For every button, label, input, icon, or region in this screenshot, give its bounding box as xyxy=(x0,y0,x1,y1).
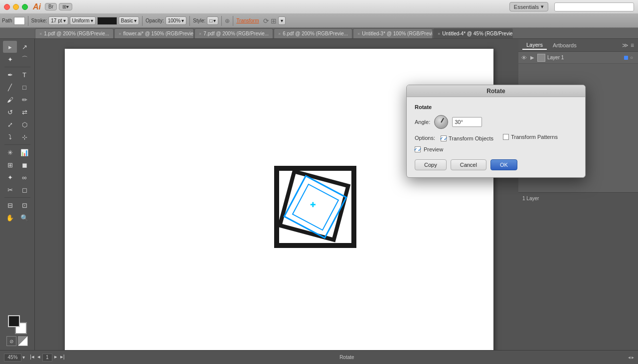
style-dropdown[interactable]: □▾ xyxy=(207,16,218,25)
copy-button[interactable]: Copy xyxy=(415,159,447,170)
cancel-button[interactable]: Cancel xyxy=(451,159,486,170)
paintbrush-tool[interactable]: 🖌 xyxy=(3,94,17,106)
panel-menu-icon[interactable]: ≫ xyxy=(622,42,629,49)
prev-page-button[interactable]: ◂ xyxy=(36,354,41,362)
close-button[interactable] xyxy=(4,4,10,10)
stroke-dropdown[interactable]: 17 pt▾ xyxy=(48,16,68,25)
first-page-button[interactable]: |◂ xyxy=(29,354,35,362)
gradient-color[interactable] xyxy=(18,336,28,346)
pencil-tool[interactable]: ✏ xyxy=(17,94,31,106)
type-tool[interactable]: T xyxy=(17,69,31,81)
fill-color[interactable] xyxy=(14,17,25,25)
fg-bg-colors[interactable] xyxy=(8,315,27,334)
layer-row[interactable]: 👁 ▶ Layer 1 ○ xyxy=(518,52,638,64)
artboards-tab[interactable]: Artboards xyxy=(549,41,581,49)
tab-6pdf[interactable]: × 6.pdf @ 200% (RGB/Previe... xyxy=(274,28,352,38)
slice-tool[interactable]: ⊡ xyxy=(17,199,31,211)
none-color[interactable]: ⊘ xyxy=(6,336,16,346)
maximize-button[interactable] xyxy=(22,4,28,10)
warp-tool[interactable]: ⤵ xyxy=(3,131,17,143)
layer-count-row: 1 Layer xyxy=(522,195,634,201)
opacity-dropdown[interactable]: 100%▾ xyxy=(165,16,187,25)
tab-1-close[interactable]: × xyxy=(39,31,42,36)
rect-tool[interactable]: □ xyxy=(17,81,31,93)
transform-section: Transform xyxy=(236,18,259,23)
page-input[interactable] xyxy=(42,354,52,362)
mesh-tool[interactable]: ⊞ xyxy=(3,159,17,171)
hand-tool[interactable]: ✋ xyxy=(3,212,17,224)
angle-dial[interactable] xyxy=(434,115,448,129)
blend-tool[interactable]: ∞ xyxy=(17,171,31,183)
tab-2-close[interactable]: × xyxy=(119,31,121,36)
toolbar-sep-3 xyxy=(189,16,190,26)
tab-7pdf[interactable]: × 7.pdf @ 200% (RGB/Previe... xyxy=(194,28,273,38)
dialog-body: Rotate Angle: Options: ✓ Transform Objec… xyxy=(407,97,585,177)
bridge-button[interactable]: Br xyxy=(45,3,57,10)
zoom-section: ▾ xyxy=(4,354,25,362)
artboard-tool[interactable]: ⊟ xyxy=(3,199,17,211)
next-page-button[interactable]: ▸ xyxy=(53,354,58,362)
rotate-tool[interactable]: ↺ xyxy=(3,106,17,118)
angle-input[interactable] xyxy=(452,117,482,127)
angle-row: Angle: xyxy=(415,115,577,129)
minimize-button[interactable] xyxy=(13,4,19,10)
toolbar-sep-1 xyxy=(28,16,28,26)
symbol-sprayer-tool[interactable]: ✳ xyxy=(3,146,17,158)
scroll-left-icon[interactable]: ◂ xyxy=(628,355,631,360)
tab-1pdf[interactable]: × 1.pdf @ 200% (RGB/Previe... xyxy=(35,28,114,38)
direct-selection-tool[interactable]: ↗ xyxy=(17,41,31,53)
stroke-style-dropdown[interactable]: Basic▾ xyxy=(119,16,139,25)
stroke-section: Stroke: 17 pt▾ Uniform▾ Basic▾ xyxy=(31,16,139,25)
search-input[interactable] xyxy=(554,2,634,11)
selection-tool[interactable]: ▸ xyxy=(3,41,17,53)
tool-sep-3 xyxy=(4,197,30,198)
transform-patterns-checkbox[interactable] xyxy=(503,134,509,140)
free-transform-tool[interactable]: ⊹ xyxy=(17,131,31,143)
panel-options-icon[interactable]: ≡ xyxy=(631,42,634,49)
path-selector: Path xyxy=(2,17,25,25)
tab-5-close[interactable]: × xyxy=(357,31,360,36)
lasso-tool[interactable]: ⌒ xyxy=(17,53,31,65)
align-icon[interactable]: ⊞ xyxy=(271,17,277,25)
line-tool[interactable]: ╱ xyxy=(3,81,17,93)
toolbar-sep-4 xyxy=(221,16,222,26)
layer-expand-icon[interactable]: ▶ xyxy=(529,55,535,61)
style-section: Style: □▾ xyxy=(193,16,218,25)
tab-3-close[interactable]: × xyxy=(199,31,201,36)
foreground-color[interactable] xyxy=(8,315,20,327)
eraser-tool[interactable]: ◻ xyxy=(17,184,31,196)
ok-button[interactable]: OK xyxy=(490,159,517,170)
layer-visibility-icon[interactable]: 👁 xyxy=(520,54,527,61)
magic-wand-tool[interactable]: ✦ xyxy=(3,53,17,65)
column-graph-tool[interactable]: 📊 xyxy=(17,146,31,158)
stroke-type-dropdown[interactable]: Uniform▾ xyxy=(70,16,96,25)
last-page-button[interactable]: ▸| xyxy=(59,354,66,362)
transform-objects-checkbox[interactable]: ✓ xyxy=(441,135,447,141)
workspace-selector[interactable]: Essentials ▾ xyxy=(509,2,548,11)
tab-flowerai[interactable]: × flower.ai* @ 150% (RGB/Previe... xyxy=(114,28,194,38)
zoom-tool[interactable]: 🔍 xyxy=(17,212,31,224)
mirror-tool[interactable]: ⇄ xyxy=(17,106,31,118)
options-section: Options: ✓ Transform Objects Transform P… xyxy=(415,134,577,141)
layer-lock-icon[interactable]: ○ xyxy=(630,55,636,61)
gradient-tool[interactable]: ◼ xyxy=(17,159,31,171)
tab-untitled4[interactable]: × Untitled-4* @ 45% (RGB/Preview) xyxy=(433,28,513,38)
layers-tab[interactable]: Layers xyxy=(522,41,547,50)
transform-button[interactable]: Transform xyxy=(236,18,259,23)
pen-tool[interactable]: ✒ xyxy=(3,69,17,81)
scale-tool[interactable]: ⤢ xyxy=(3,119,17,130)
tab-untitled3[interactable]: × Untitled-3* @ 100% (RGB/Previ... xyxy=(353,28,433,38)
tab-6-close[interactable]: × xyxy=(438,31,440,36)
tab-4-close[interactable]: × xyxy=(278,31,281,36)
preview-checkbox[interactable]: ✓ xyxy=(415,146,421,152)
scroll-right-icon[interactable]: ▸ xyxy=(632,355,634,360)
transform-icon[interactable]: ⟳ xyxy=(263,17,269,25)
shear-tool[interactable]: ⬡ xyxy=(17,119,31,130)
scissors-tool[interactable]: ✂ xyxy=(3,184,17,196)
transform-dropdown[interactable]: ▾ xyxy=(278,16,286,25)
toolbox: ▸ ↗ ✦ ⌒ ✒ T ╱ □ 🖌 ✏ ↺ ⇄ ⤢ ⬡ ⤵ ⊹ xyxy=(0,39,35,350)
zoom-input[interactable] xyxy=(4,354,21,362)
arrange-button[interactable]: ⊞▾ xyxy=(59,3,72,10)
color-boxes: ⊘ xyxy=(6,315,28,348)
eyedropper-tool[interactable]: ✦ xyxy=(3,171,17,183)
